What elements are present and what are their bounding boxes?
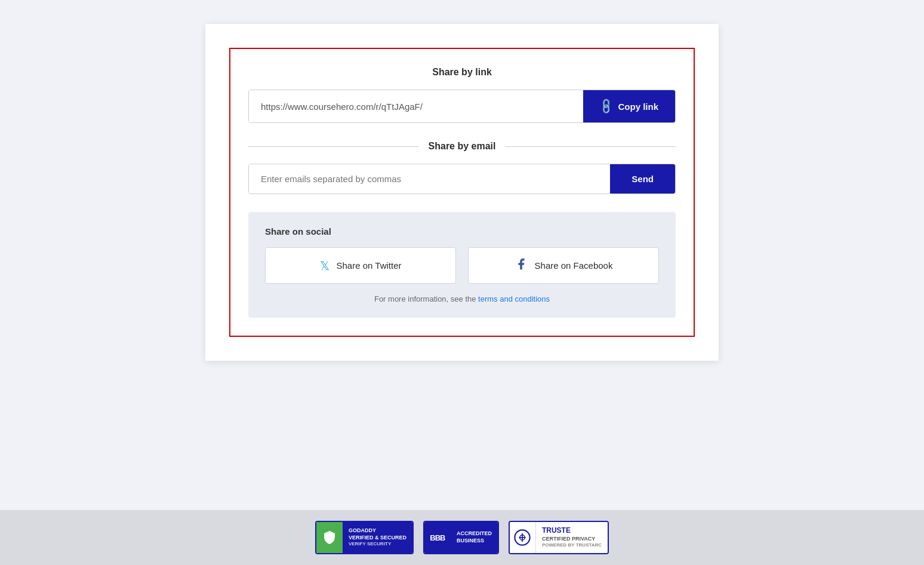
- share-panel: Share by link 🔗 Copy link Share by email…: [229, 48, 695, 337]
- godaddy-text: GODADDY VERIFIED & SECURED VERIFY SECURI…: [343, 522, 412, 553]
- twitter-icon: 𝕏: [320, 259, 329, 273]
- godaddy-line2: VERIFIED & SECURED: [349, 535, 406, 542]
- footer: GODADDY VERIFIED & SECURED VERIFY SECURI…: [0, 510, 924, 565]
- truste-badge: TRUSTe Certified Privacy Powered by Trus…: [509, 521, 609, 554]
- send-label: Send: [632, 174, 654, 184]
- social-buttons-row: 𝕏 Share on Twitter Share on Facebook: [265, 247, 659, 284]
- bbb-badge: BBB ACCREDITED BUSINESS: [423, 521, 499, 554]
- godaddy-badge: GODADDY VERIFIED & SECURED VERIFY SECURI…: [315, 521, 414, 554]
- copy-link-label: Copy link: [618, 102, 658, 112]
- bbb-line2: BUSINESS: [457, 538, 492, 545]
- terms-link[interactable]: terms and conditions: [478, 294, 550, 303]
- divider-left: [248, 146, 419, 147]
- link-row: 🔗 Copy link: [248, 90, 676, 123]
- godaddy-line1: GODADDY: [349, 527, 406, 535]
- godaddy-icon: [316, 522, 343, 553]
- terms-link-text: terms and conditions: [478, 294, 550, 303]
- link-icon: 🔗: [597, 97, 616, 115]
- godaddy-line3: VERIFY SECURITY: [349, 541, 406, 547]
- twitter-label: Share on Twitter: [337, 260, 402, 271]
- copy-link-button[interactable]: 🔗 Copy link: [583, 90, 675, 122]
- page-wrapper: Share by link 🔗 Copy link Share by email…: [0, 0, 924, 565]
- email-divider-row: Share by email: [248, 141, 676, 152]
- bbb-icon: BBB: [424, 522, 451, 553]
- share-link-input[interactable]: [249, 90, 583, 122]
- email-row: Send: [248, 164, 676, 194]
- share-facebook-button[interactable]: Share on Facebook: [468, 247, 659, 284]
- email-input[interactable]: [249, 164, 610, 194]
- truste-line1: TRUSTe: [542, 526, 602, 536]
- social-share-box: Share on social 𝕏 Share on Twitter Share…: [248, 212, 676, 318]
- facebook-icon: [515, 257, 528, 274]
- share-by-link-title: Share by link: [248, 67, 676, 78]
- send-button[interactable]: Send: [610, 164, 675, 194]
- share-by-email-title: Share by email: [419, 141, 506, 152]
- terms-text: For more information, see the terms and …: [265, 294, 659, 303]
- facebook-label: Share on Facebook: [535, 260, 613, 271]
- truste-text: TRUSTe Certified Privacy Powered by Trus…: [536, 522, 608, 553]
- truste-line3: Powered by TrustArc: [542, 542, 602, 548]
- divider-right: [505, 146, 676, 147]
- terms-prefix: For more information, see the: [374, 294, 478, 303]
- share-on-social-title: Share on social: [265, 226, 659, 237]
- bbb-line1: ACCREDITED: [457, 530, 492, 538]
- main-card: Share by link 🔗 Copy link Share by email…: [205, 24, 719, 361]
- truste-line2: Certified Privacy: [542, 536, 602, 543]
- bbb-text: ACCREDITED BUSINESS: [451, 522, 498, 553]
- truste-icon: [510, 522, 536, 553]
- share-twitter-button[interactable]: 𝕏 Share on Twitter: [265, 247, 456, 284]
